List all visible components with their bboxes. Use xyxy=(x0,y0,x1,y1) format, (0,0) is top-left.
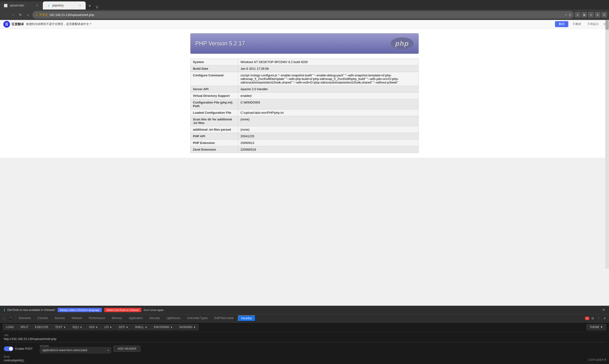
enable-post-label: Enable POST xyxy=(15,347,33,351)
toggle-switch[interactable] xyxy=(4,346,13,351)
tab-application[interactable]: Application xyxy=(125,314,146,322)
tab-memory[interactable]: Memory xyxy=(108,314,125,322)
scrollbar-thumb[interactable] xyxy=(605,20,609,30)
table-cell-label: PHP Extension xyxy=(191,140,238,146)
hackbar-lfi-button[interactable]: LFI ▼ xyxy=(102,324,115,330)
tab-untrusted-types[interactable]: Untrusted Types xyxy=(184,314,211,322)
hackbar-post-row: Enable POST enctype application/x-www-fo… xyxy=(4,344,605,353)
devtools-more-button[interactable]: ⋮ xyxy=(596,315,601,322)
add-header-button[interactable]: ADD HEADER xyxy=(114,346,140,352)
table-row: Virtual Directory Supportenabled xyxy=(191,92,419,99)
nav-bar: ← → ↻ ⌂ ⚠ 不安全 192.168.23.130/upload/shel… xyxy=(0,10,609,20)
xss-dropdown-arrow: ▼ xyxy=(96,326,98,328)
hackbar-toolbar: LOAD SPLIT EXECUTE TEST ▼ SQLI ▼ XSS ▼ L… xyxy=(0,323,609,332)
enctype-select[interactable]: application/x-www-form-urlencoded multip… xyxy=(40,347,111,353)
tab-close-1[interactable]: ✕ xyxy=(35,4,39,7)
hackbar-theme-button[interactable]: THEME ▼ xyxy=(586,324,606,330)
table-cell-value: (none) xyxy=(238,126,419,133)
table-cell-label: Configure Command xyxy=(191,72,238,86)
table-row: Server APIApache 2.0 Handler xyxy=(191,86,419,92)
tab-editthiscookie[interactable]: EditThisCookie xyxy=(211,314,237,322)
ext-icon-4[interactable]: ⚙ xyxy=(595,12,600,18)
notification-close-button[interactable]: ✕ xyxy=(602,308,605,312)
tab-phpinfo[interactable]: ℹ phpinfo() ✕ xyxy=(43,1,86,10)
tab-security[interactable]: Security xyxy=(146,314,163,322)
tab-network[interactable]: Network xyxy=(68,314,85,322)
hackbar-encoding-button[interactable]: ENCODING ▼ xyxy=(151,324,176,330)
hackbar-content: URL http://192.168.23.130/upload/shell.p… xyxy=(0,332,609,364)
device-icon-button[interactable]: 📱 xyxy=(7,315,13,322)
address-bar[interactable]: ⚠ 不安全 192.168.23.130/upload/shell.php ☆ … xyxy=(32,11,574,19)
devtools-panel: ℹ DevTools is now available in Chinese! … xyxy=(0,306,609,364)
hackbar-test-button[interactable]: TEST ▼ xyxy=(52,324,69,330)
enctype-select-wrap: application/x-www-form-urlencoded multip… xyxy=(40,347,111,353)
console-badge: 3 xyxy=(585,317,589,320)
table-cell-label: PHP API xyxy=(191,133,238,140)
devtools-notification: ℹ DevTools is now available in Chinese! … xyxy=(0,306,609,314)
ext-icon-2[interactable]: ◉ xyxy=(581,12,587,18)
tab-sources[interactable]: Sources xyxy=(51,314,68,322)
hackbar-ssti-button[interactable]: SSTI ▼ xyxy=(116,324,131,330)
dont-show-again-button[interactable]: 不再提示 xyxy=(585,21,601,27)
table-cell-label: Configuration File (php.ini) Path xyxy=(191,99,238,109)
table-row: Loaded Configuration FileC:\upload-labs-… xyxy=(191,109,419,116)
devtools-close-button[interactable]: ✕ xyxy=(602,315,607,322)
always-match-language-button[interactable]: Always match Chrome's language xyxy=(58,308,102,312)
tab-hackbar[interactable]: HackBar xyxy=(238,315,256,321)
share-icon[interactable]: ⎙ xyxy=(569,13,571,17)
hackbar-shell-button[interactable]: SHELL ▼ xyxy=(132,324,150,330)
dont-show-again-devtools[interactable]: Don't show again xyxy=(144,309,164,312)
url-label: URL xyxy=(4,334,605,337)
toggle-knob xyxy=(9,347,13,351)
tab-title-1: upload-labs xyxy=(10,4,33,7)
tab-close-2[interactable]: ✕ xyxy=(78,4,82,7)
table-cell-label: Loaded Configuration File xyxy=(191,109,238,116)
phpinfo-table: SystemWindows NT DESKTOP-9PCDI6V 6.2 bui… xyxy=(190,59,419,153)
bookmark-icon[interactable]: ☆ xyxy=(565,13,568,17)
translate-button[interactable]: 翻译 xyxy=(555,21,568,27)
forward-button[interactable]: → xyxy=(10,12,16,18)
browser-window: ⬜ upload-labs ✕ ℹ phpinfo() ✕ + ⋁ ← → ↻ … xyxy=(0,0,609,158)
hackbar-hashing-button[interactable]: HASHING ▼ xyxy=(176,324,199,330)
ext-icon-5[interactable]: ☰ xyxy=(601,12,607,18)
no-translate-button[interactable]: 不翻译 xyxy=(571,21,583,27)
home-button[interactable]: ⌂ xyxy=(25,12,31,18)
tab-performance[interactable]: Performance xyxy=(85,314,108,322)
hackbar-lfi-label: LFI xyxy=(105,325,109,329)
ext-icon-3[interactable]: ♦ xyxy=(588,12,594,18)
table-row: SystemWindows NT DESKTOP-9PCDI6V 6.2 bui… xyxy=(191,59,419,65)
tab-overflow-button[interactable]: ⋁ xyxy=(94,5,100,9)
reload-button[interactable]: ↻ xyxy=(17,12,24,18)
tab-console[interactable]: Console xyxy=(34,314,51,322)
devtools-settings-button[interactable]: ⚙ xyxy=(590,315,595,322)
enctype-section: enctype application/x-www-form-urlencode… xyxy=(40,344,111,353)
inspect-icon-button[interactable]: ⬚ xyxy=(2,315,7,322)
hackbar-split-button[interactable]: SPLIT xyxy=(17,324,31,330)
table-cell-value: Jan 6 2011 17:26:08 xyxy=(238,65,419,72)
translate-bar: 百 百度翻译 检测到当前网页不是中文网页，是否要翻译成中文？ 翻译 不翻译 不再… xyxy=(0,20,609,28)
hackbar-sqli-label: SQLI xyxy=(72,325,79,329)
hackbar-execute-button[interactable]: EXECUTE xyxy=(32,324,52,330)
hackbar-load-button[interactable]: LOAD xyxy=(3,324,17,330)
back-button[interactable]: ← xyxy=(2,12,9,18)
ext-icon-1[interactable]: ● xyxy=(575,12,581,18)
switch-to-chinese-button[interactable]: Switch DevTools to Chinese xyxy=(104,308,141,312)
devtools-right-controls: 3 ⚙ ⋮ ✕ xyxy=(585,315,609,322)
enable-post-toggle[interactable]: Enable POST xyxy=(4,346,33,351)
page-scrollbar[interactable] xyxy=(605,20,609,269)
tab-elements[interactable]: Elements xyxy=(15,314,34,322)
baidu-logo-text: 百度翻译 xyxy=(12,22,24,26)
enctype-label: enctype xyxy=(40,344,111,347)
url-value[interactable]: http://192.168.23.130/upload/shell.php xyxy=(4,337,605,342)
table-cell-value: enabled xyxy=(238,92,419,99)
tab-favicon-1: ⬜ xyxy=(4,4,8,7)
body-value[interactable]: cmd=phpinfo(); xyxy=(4,359,605,362)
tab-title-2: phpinfo() xyxy=(52,4,76,7)
new-tab-button[interactable]: + xyxy=(86,4,94,9)
hackbar-sqli-button[interactable]: SQLI ▼ xyxy=(69,324,85,330)
hackbar-split-label: SPLIT xyxy=(20,325,28,329)
hackbar-xss-button[interactable]: XSS ▼ xyxy=(86,324,101,330)
tab-upload-labs[interactable]: ⬜ upload-labs ✕ xyxy=(0,1,43,10)
phpinfo-container: PHP Version 5.2.17 php SystemWindows NT … xyxy=(190,33,419,153)
tab-lighthouse[interactable]: Lighthouse xyxy=(163,314,184,322)
